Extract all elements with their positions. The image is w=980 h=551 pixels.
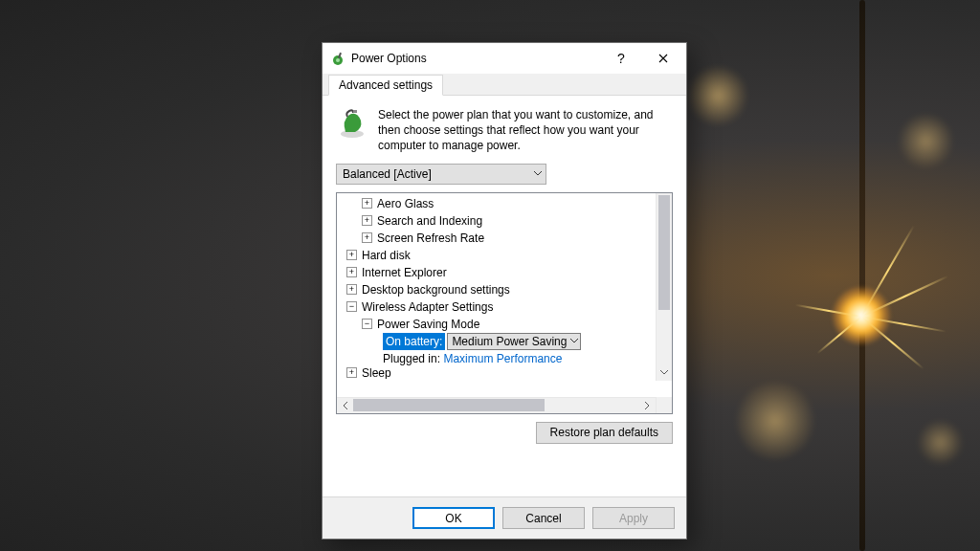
tab-strip: Advanced settings — [323, 74, 686, 96]
scrollbar-thumb[interactable] — [658, 195, 670, 310]
expand-icon[interactable]: + — [362, 198, 372, 209]
scroll-right-icon[interactable] — [639, 397, 656, 413]
titlebar[interactable]: Power Options ? — [323, 43, 686, 74]
tree-item-aero-glass[interactable]: +Aero Glass — [337, 195, 672, 212]
tree-item-screen-refresh[interactable]: +Screen Refresh Rate — [337, 230, 672, 247]
collapse-icon[interactable]: − — [346, 301, 357, 312]
tree-item-hard-disk[interactable]: +Hard disk — [337, 247, 672, 264]
app-icon — [330, 51, 345, 66]
decor-bokeh — [689, 67, 746, 124]
plugged-in-label: Plugged in: — [383, 350, 440, 367]
expand-icon[interactable]: + — [346, 367, 357, 378]
tree-label: Aero Glass — [377, 195, 434, 212]
expand-icon[interactable]: + — [346, 267, 357, 277]
scroll-left-icon[interactable] — [337, 397, 353, 413]
plugged-in-value-link[interactable]: Maximum Performance — [443, 350, 562, 367]
collapse-icon[interactable]: − — [362, 319, 372, 329]
power-plan-value: Balanced [Active] — [343, 167, 432, 181]
chevron-down-icon — [570, 339, 578, 343]
power-options-dialog: Power Options ? Advanced settings Select… — [322, 42, 687, 540]
settings-tree-container: +Aero Glass +Search and Indexing +Screen… — [336, 192, 673, 414]
expand-icon[interactable]: + — [362, 215, 372, 226]
scroll-down-icon[interactable] — [657, 364, 672, 381]
settings-tree[interactable]: +Aero Glass +Search and Indexing +Screen… — [337, 193, 672, 397]
chevron-down-icon — [534, 171, 542, 176]
tree-item-on-battery[interactable]: On battery: Medium Power Saving — [337, 333, 672, 350]
tree-item-search-indexing[interactable]: +Search and Indexing — [337, 212, 672, 230]
tree-item-sleep[interactable]: +Sleep — [337, 367, 672, 379]
decor-bokeh — [737, 383, 813, 459]
decor-stick — [859, 0, 865, 551]
scrollbar-thumb[interactable] — [353, 399, 545, 411]
tree-item-power-saving-mode[interactable]: −Power Saving Mode — [337, 316, 672, 333]
svg-rect-4 — [353, 110, 357, 113]
close-button[interactable] — [642, 44, 684, 73]
tab-advanced-settings[interactable]: Advanced settings — [328, 75, 443, 96]
expand-icon[interactable]: + — [362, 232, 372, 243]
tree-label: Hard disk — [362, 247, 411, 264]
power-plan-icon — [336, 107, 368, 140]
apply-button[interactable]: Apply — [592, 507, 675, 529]
tree-label: Wireless Adapter Settings — [362, 298, 493, 316]
help-button[interactable]: ? — [600, 44, 642, 73]
tree-item-plugged-in[interactable]: Plugged in: Maximum Performance — [337, 350, 672, 367]
dialog-footer: OK Cancel Apply — [323, 496, 686, 539]
tab-panel: Select the power plan that you want to c… — [323, 96, 686, 496]
dialog-title: Power Options — [351, 52, 427, 65]
expand-icon[interactable]: + — [346, 284, 357, 295]
restore-defaults-button[interactable]: Restore plan defaults — [536, 422, 673, 444]
svg-point-2 — [336, 58, 340, 62]
power-plan-select[interactable]: Balanced [Active] — [336, 164, 546, 185]
tree-label: Screen Refresh Rate — [377, 230, 484, 247]
close-icon — [658, 54, 668, 63]
help-icon: ? — [617, 51, 625, 66]
tree-item-wireless[interactable]: −Wireless Adapter Settings — [337, 298, 672, 316]
on-battery-label: On battery: — [383, 333, 445, 350]
tree-label: Internet Explorer — [362, 264, 447, 281]
on-battery-value: Medium Power Saving — [452, 333, 567, 350]
tree-label: Desktop background settings — [362, 281, 510, 298]
scroll-corner — [656, 397, 672, 413]
vertical-scrollbar[interactable] — [656, 193, 672, 381]
decor-bokeh — [900, 115, 952, 167]
tree-label: Sleep — [362, 367, 391, 379]
tree-item-desktop-bg[interactable]: +Desktop background settings — [337, 281, 672, 298]
intro-text: Select the power plan that you want to c… — [378, 107, 673, 154]
on-battery-select[interactable]: Medium Power Saving — [447, 333, 581, 350]
tree-label: Power Saving Mode — [377, 316, 479, 333]
decor-bokeh — [919, 421, 962, 464]
horizontal-scrollbar[interactable] — [337, 397, 672, 413]
desktop-background: Power Options ? Advanced settings Select… — [0, 0, 980, 551]
tree-item-internet-explorer[interactable]: +Internet Explorer — [337, 264, 672, 281]
ok-button[interactable]: OK — [412, 507, 495, 529]
tree-label: Search and Indexing — [377, 212, 482, 230]
cancel-button[interactable]: Cancel — [502, 507, 585, 529]
expand-icon[interactable]: + — [346, 250, 357, 260]
intro-row: Select the power plan that you want to c… — [336, 107, 673, 154]
